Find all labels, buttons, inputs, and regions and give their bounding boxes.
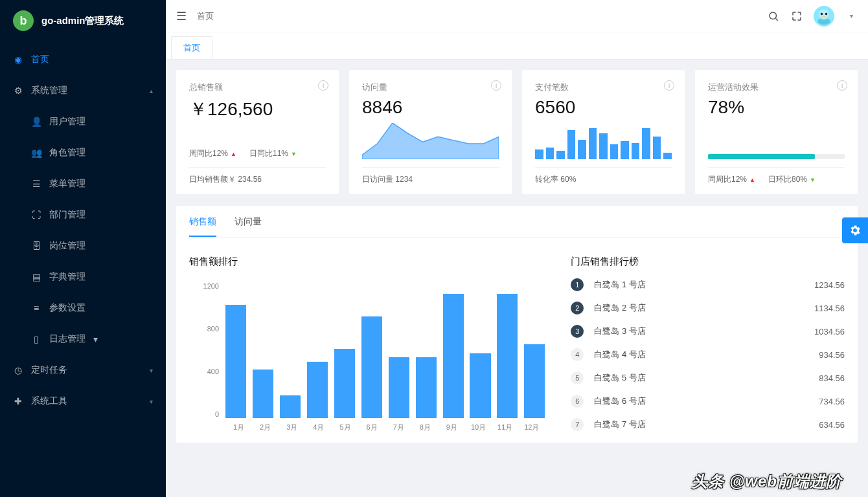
- sidebar-item-菜单管理[interactable]: ☰菜单管理: [0, 168, 166, 199]
- chevron-down-icon: ▾: [150, 367, 153, 374]
- sidebar-item-系统工具[interactable]: ✚系统工具▾: [0, 386, 166, 417]
- sliders-icon: ≡: [31, 303, 41, 313]
- rank-name: 白鹭岛 2 号店: [594, 302, 804, 314]
- tools-icon: ✚: [13, 396, 23, 406]
- rank-name: 白鹭岛 1 号店: [594, 279, 804, 291]
- fullscreen-icon[interactable]: [790, 10, 803, 23]
- stat-card-visits: i 访问量 8846 日访问量 1234: [349, 70, 512, 194]
- gear-icon: ⚙: [13, 85, 23, 96]
- stat-title: 支付笔数: [535, 82, 672, 93]
- stat-footer: 转化率 60%: [535, 174, 576, 185]
- info-icon[interactable]: i: [837, 80, 847, 91]
- sidebar-item-label: 日志管理: [49, 333, 86, 345]
- sidebar-item-label: 首页: [31, 54, 49, 65]
- watermark: 头条 @web前端进阶: [692, 471, 842, 492]
- stat-title: 访问量: [362, 82, 499, 93]
- brand-title: go-admin管理系统: [41, 15, 124, 27]
- rank-badge: 5: [571, 371, 584, 384]
- ranking-title: 门店销售排行榜: [571, 256, 845, 268]
- panel-tab-sales[interactable]: 销售额: [189, 216, 216, 237]
- chevron-down-icon[interactable]: ▾: [845, 10, 858, 23]
- wow-label: 周同比12%▲: [189, 148, 236, 159]
- search-icon[interactable]: [767, 10, 780, 23]
- logo-icon: b: [13, 10, 34, 31]
- rank-badge: 4: [571, 348, 584, 361]
- sidebar-item-用户管理[interactable]: 👤用户管理: [0, 106, 166, 137]
- rank-name: 白鹭岛 7 号店: [594, 419, 808, 430]
- tab-home[interactable]: 首页: [171, 36, 212, 59]
- book-icon: ▤: [31, 272, 41, 282]
- stat-value: ￥126,560: [189, 97, 326, 122]
- sidebar-item-label: 角色管理: [49, 147, 86, 159]
- sidebar-item-label: 系统管理: [31, 85, 67, 96]
- ranking-list: 1白鹭岛 1 号店1234.562白鹭岛 2 号店1134.563白鹭岛 3 号…: [571, 276, 845, 431]
- info-icon[interactable]: i: [491, 80, 501, 91]
- stat-footer: 日访问量 1234: [362, 174, 413, 185]
- view-tabs: 首页: [166, 32, 868, 60]
- sidebar-item-系统管理[interactable]: ⚙系统管理▴: [0, 75, 166, 106]
- sidebar-item-参数设置[interactable]: ≡参数设置: [0, 293, 166, 324]
- dashboard-icon: ◉: [13, 54, 23, 65]
- sidebar-item-字典管理[interactable]: ▤字典管理: [0, 261, 166, 293]
- clock-icon: ◷: [13, 365, 23, 375]
- wow-label: 同周比12%▲: [708, 174, 755, 185]
- rank-badge: 7: [571, 418, 584, 431]
- sitemap-icon: ⛶: [31, 210, 41, 220]
- rank-badge: 6: [571, 395, 584, 408]
- user-icon: 👤: [31, 116, 41, 127]
- sidebar: b go-admin管理系统 ◉首页⚙系统管理▴👤用户管理👥角色管理☰菜单管理⛶…: [0, 0, 166, 497]
- dod-label: 日同比11%▼: [249, 148, 297, 159]
- sidebar-item-岗位管理[interactable]: 🗄岗位管理: [0, 230, 166, 261]
- info-icon[interactable]: i: [318, 80, 328, 91]
- topbar: ☰ 首页 ▾: [166, 0, 868, 32]
- breadcrumb: 首页: [197, 10, 214, 22]
- sidebar-item-日志管理[interactable]: ▯日志管理▾: [0, 324, 166, 355]
- settings-fab[interactable]: [842, 217, 868, 243]
- sidebar-item-label: 系统工具: [31, 395, 67, 407]
- id-icon: 🗄: [31, 241, 41, 251]
- visits-sparkline: [362, 123, 499, 159]
- sales-chart-title: 销售额排行: [189, 256, 545, 268]
- rank-row: 5白鹭岛 5 号店834.56: [571, 371, 845, 384]
- sidebar-item-部门管理[interactable]: ⛶部门管理: [0, 199, 166, 230]
- stat-card-sales: i 总销售额 ￥126,560 周同比12%▲ 日同比11%▼ 日均销售额￥ 2…: [176, 70, 339, 194]
- chevron-up-icon: ▴: [150, 87, 153, 94]
- stat-card-ops: i 运营活动效果 78% 同周比12%▲ 日环比80%▼: [695, 70, 858, 194]
- rank-row: 6白鹭岛 6 号店734.56: [571, 395, 845, 408]
- menu-toggle-icon[interactable]: ☰: [176, 9, 187, 23]
- sidebar-menu: ◉首页⚙系统管理▴👤用户管理👥角色管理☰菜单管理⛶部门管理🗄岗位管理▤字典管理≡…: [0, 41, 166, 497]
- svg-point-5: [825, 12, 828, 15]
- sidebar-item-首页[interactable]: ◉首页: [0, 44, 166, 75]
- rank-name: 白鹭岛 5 号店: [594, 372, 808, 384]
- file-icon: ▯: [31, 334, 41, 344]
- ops-progress: [708, 138, 845, 159]
- svg-point-6: [823, 16, 825, 17]
- payments-sparkline: [535, 128, 672, 159]
- rank-value: 734.56: [819, 397, 845, 406]
- stat-title: 总销售额: [189, 82, 326, 93]
- caret-up-icon: ▲: [749, 177, 755, 183]
- stat-value: 78%: [708, 97, 845, 118]
- chevron-down-icon: ▾: [93, 334, 98, 344]
- svg-point-3: [819, 9, 829, 19]
- sidebar-item-label: 定时任务: [31, 364, 67, 376]
- rank-badge: 1: [571, 278, 584, 291]
- rank-row: 2白鹭岛 2 号店1134.56: [571, 302, 845, 315]
- stat-title: 运营活动效果: [708, 82, 845, 93]
- rank-row: 1白鹭岛 1 号店1234.56: [571, 278, 845, 291]
- sidebar-item-角色管理[interactable]: 👥角色管理: [0, 137, 166, 168]
- rank-value: 834.56: [819, 373, 845, 383]
- sidebar-item-定时任务[interactable]: ◷定时任务▾: [0, 355, 166, 386]
- sidebar-item-label: 用户管理: [49, 116, 86, 127]
- avatar[interactable]: [814, 6, 834, 27]
- stat-value: 8846: [362, 97, 499, 118]
- chevron-down-icon: ▾: [150, 398, 153, 405]
- rank-value: 1034.56: [814, 327, 845, 337]
- stat-value: 6560: [535, 97, 672, 118]
- panel-tab-visits[interactable]: 访问量: [234, 216, 262, 237]
- info-icon[interactable]: i: [664, 80, 674, 91]
- sidebar-item-label: 菜单管理: [49, 178, 86, 190]
- users-icon: 👥: [31, 148, 41, 158]
- rank-value: 934.56: [819, 350, 845, 360]
- rank-row: 3白鹭岛 3 号店1034.56: [571, 325, 845, 338]
